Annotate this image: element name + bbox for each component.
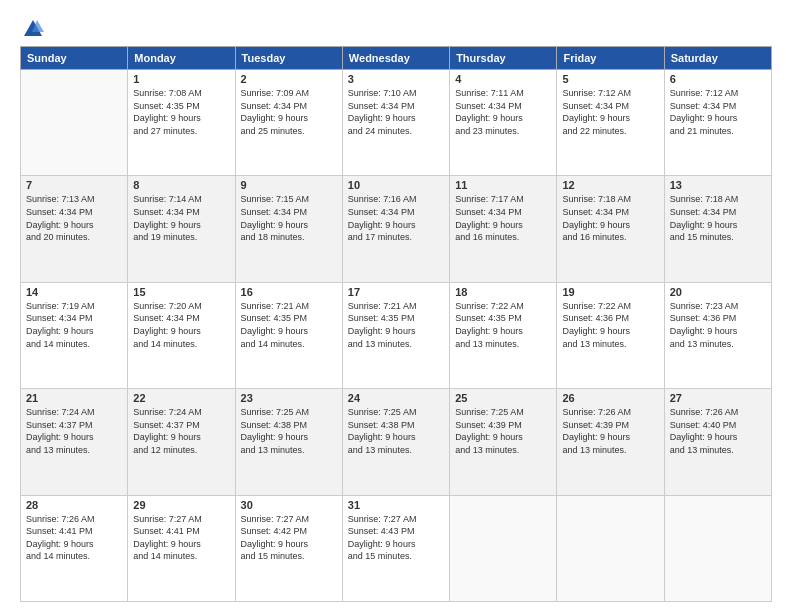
calendar-header-row: SundayMondayTuesdayWednesdayThursdayFrid…	[21, 47, 772, 70]
day-number: 3	[348, 73, 444, 85]
day-number: 16	[241, 286, 337, 298]
day-cell: 1Sunrise: 7:08 AM Sunset: 4:35 PM Daylig…	[128, 70, 235, 176]
day-info: Sunrise: 7:15 AM Sunset: 4:34 PM Dayligh…	[241, 193, 337, 243]
day-number: 4	[455, 73, 551, 85]
day-info: Sunrise: 7:25 AM Sunset: 4:38 PM Dayligh…	[241, 406, 337, 456]
day-cell	[450, 495, 557, 601]
day-number: 30	[241, 499, 337, 511]
day-number: 27	[670, 392, 766, 404]
day-info: Sunrise: 7:18 AM Sunset: 4:34 PM Dayligh…	[562, 193, 658, 243]
day-number: 15	[133, 286, 229, 298]
day-info: Sunrise: 7:23 AM Sunset: 4:36 PM Dayligh…	[670, 300, 766, 350]
day-number: 24	[348, 392, 444, 404]
day-info: Sunrise: 7:14 AM Sunset: 4:34 PM Dayligh…	[133, 193, 229, 243]
day-info: Sunrise: 7:25 AM Sunset: 4:38 PM Dayligh…	[348, 406, 444, 456]
header-cell-monday: Monday	[128, 47, 235, 70]
day-number: 29	[133, 499, 229, 511]
day-info: Sunrise: 7:26 AM Sunset: 4:40 PM Dayligh…	[670, 406, 766, 456]
day-number: 8	[133, 179, 229, 191]
day-cell: 23Sunrise: 7:25 AM Sunset: 4:38 PM Dayli…	[235, 389, 342, 495]
calendar-body: 1Sunrise: 7:08 AM Sunset: 4:35 PM Daylig…	[21, 70, 772, 602]
day-cell	[557, 495, 664, 601]
day-cell: 14Sunrise: 7:19 AM Sunset: 4:34 PM Dayli…	[21, 282, 128, 388]
day-cell: 26Sunrise: 7:26 AM Sunset: 4:39 PM Dayli…	[557, 389, 664, 495]
day-cell	[21, 70, 128, 176]
week-row-1: 1Sunrise: 7:08 AM Sunset: 4:35 PM Daylig…	[21, 70, 772, 176]
day-number: 21	[26, 392, 122, 404]
header-cell-saturday: Saturday	[664, 47, 771, 70]
day-cell: 3Sunrise: 7:10 AM Sunset: 4:34 PM Daylig…	[342, 70, 449, 176]
day-number: 2	[241, 73, 337, 85]
day-info: Sunrise: 7:16 AM Sunset: 4:34 PM Dayligh…	[348, 193, 444, 243]
day-cell: 12Sunrise: 7:18 AM Sunset: 4:34 PM Dayli…	[557, 176, 664, 282]
day-number: 31	[348, 499, 444, 511]
day-cell: 25Sunrise: 7:25 AM Sunset: 4:39 PM Dayli…	[450, 389, 557, 495]
logo-icon	[22, 18, 44, 40]
day-number: 6	[670, 73, 766, 85]
header-cell-sunday: Sunday	[21, 47, 128, 70]
day-cell: 24Sunrise: 7:25 AM Sunset: 4:38 PM Dayli…	[342, 389, 449, 495]
header-cell-wednesday: Wednesday	[342, 47, 449, 70]
day-cell: 21Sunrise: 7:24 AM Sunset: 4:37 PM Dayli…	[21, 389, 128, 495]
day-info: Sunrise: 7:17 AM Sunset: 4:34 PM Dayligh…	[455, 193, 551, 243]
header-cell-friday: Friday	[557, 47, 664, 70]
day-cell: 27Sunrise: 7:26 AM Sunset: 4:40 PM Dayli…	[664, 389, 771, 495]
day-number: 11	[455, 179, 551, 191]
day-cell: 11Sunrise: 7:17 AM Sunset: 4:34 PM Dayli…	[450, 176, 557, 282]
day-number: 5	[562, 73, 658, 85]
day-info: Sunrise: 7:25 AM Sunset: 4:39 PM Dayligh…	[455, 406, 551, 456]
day-cell: 7Sunrise: 7:13 AM Sunset: 4:34 PM Daylig…	[21, 176, 128, 282]
day-number: 13	[670, 179, 766, 191]
day-info: Sunrise: 7:09 AM Sunset: 4:34 PM Dayligh…	[241, 87, 337, 137]
day-cell: 31Sunrise: 7:27 AM Sunset: 4:43 PM Dayli…	[342, 495, 449, 601]
week-row-2: 7Sunrise: 7:13 AM Sunset: 4:34 PM Daylig…	[21, 176, 772, 282]
day-info: Sunrise: 7:12 AM Sunset: 4:34 PM Dayligh…	[562, 87, 658, 137]
day-info: Sunrise: 7:24 AM Sunset: 4:37 PM Dayligh…	[26, 406, 122, 456]
calendar-table: SundayMondayTuesdayWednesdayThursdayFrid…	[20, 46, 772, 602]
day-info: Sunrise: 7:22 AM Sunset: 4:36 PM Dayligh…	[562, 300, 658, 350]
day-number: 26	[562, 392, 658, 404]
day-info: Sunrise: 7:18 AM Sunset: 4:34 PM Dayligh…	[670, 193, 766, 243]
day-info: Sunrise: 7:20 AM Sunset: 4:34 PM Dayligh…	[133, 300, 229, 350]
day-info: Sunrise: 7:19 AM Sunset: 4:34 PM Dayligh…	[26, 300, 122, 350]
day-number: 20	[670, 286, 766, 298]
day-cell: 28Sunrise: 7:26 AM Sunset: 4:41 PM Dayli…	[21, 495, 128, 601]
day-cell: 17Sunrise: 7:21 AM Sunset: 4:35 PM Dayli…	[342, 282, 449, 388]
day-cell: 6Sunrise: 7:12 AM Sunset: 4:34 PM Daylig…	[664, 70, 771, 176]
day-info: Sunrise: 7:26 AM Sunset: 4:39 PM Dayligh…	[562, 406, 658, 456]
day-info: Sunrise: 7:24 AM Sunset: 4:37 PM Dayligh…	[133, 406, 229, 456]
day-info: Sunrise: 7:12 AM Sunset: 4:34 PM Dayligh…	[670, 87, 766, 137]
day-cell: 18Sunrise: 7:22 AM Sunset: 4:35 PM Dayli…	[450, 282, 557, 388]
day-number: 14	[26, 286, 122, 298]
day-info: Sunrise: 7:26 AM Sunset: 4:41 PM Dayligh…	[26, 513, 122, 563]
day-info: Sunrise: 7:13 AM Sunset: 4:34 PM Dayligh…	[26, 193, 122, 243]
day-number: 10	[348, 179, 444, 191]
day-cell: 30Sunrise: 7:27 AM Sunset: 4:42 PM Dayli…	[235, 495, 342, 601]
day-cell: 22Sunrise: 7:24 AM Sunset: 4:37 PM Dayli…	[128, 389, 235, 495]
calendar-page: SundayMondayTuesdayWednesdayThursdayFrid…	[0, 0, 792, 612]
day-number: 17	[348, 286, 444, 298]
day-number: 9	[241, 179, 337, 191]
day-cell: 15Sunrise: 7:20 AM Sunset: 4:34 PM Dayli…	[128, 282, 235, 388]
day-cell: 9Sunrise: 7:15 AM Sunset: 4:34 PM Daylig…	[235, 176, 342, 282]
day-info: Sunrise: 7:08 AM Sunset: 4:35 PM Dayligh…	[133, 87, 229, 137]
logo	[20, 18, 44, 40]
day-cell: 5Sunrise: 7:12 AM Sunset: 4:34 PM Daylig…	[557, 70, 664, 176]
day-info: Sunrise: 7:10 AM Sunset: 4:34 PM Dayligh…	[348, 87, 444, 137]
day-info: Sunrise: 7:11 AM Sunset: 4:34 PM Dayligh…	[455, 87, 551, 137]
day-number: 19	[562, 286, 658, 298]
day-number: 7	[26, 179, 122, 191]
day-info: Sunrise: 7:27 AM Sunset: 4:41 PM Dayligh…	[133, 513, 229, 563]
day-cell	[664, 495, 771, 601]
header-cell-thursday: Thursday	[450, 47, 557, 70]
day-cell: 19Sunrise: 7:22 AM Sunset: 4:36 PM Dayli…	[557, 282, 664, 388]
day-cell: 29Sunrise: 7:27 AM Sunset: 4:41 PM Dayli…	[128, 495, 235, 601]
week-row-5: 28Sunrise: 7:26 AM Sunset: 4:41 PM Dayli…	[21, 495, 772, 601]
day-info: Sunrise: 7:21 AM Sunset: 4:35 PM Dayligh…	[348, 300, 444, 350]
day-cell: 20Sunrise: 7:23 AM Sunset: 4:36 PM Dayli…	[664, 282, 771, 388]
day-cell: 13Sunrise: 7:18 AM Sunset: 4:34 PM Dayli…	[664, 176, 771, 282]
day-number: 1	[133, 73, 229, 85]
day-number: 23	[241, 392, 337, 404]
day-info: Sunrise: 7:21 AM Sunset: 4:35 PM Dayligh…	[241, 300, 337, 350]
day-number: 18	[455, 286, 551, 298]
